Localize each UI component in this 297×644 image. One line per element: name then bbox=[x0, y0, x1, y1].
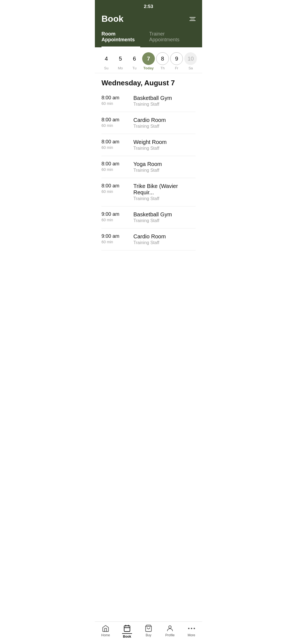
appointment-time: 9:00 am 60 min bbox=[101, 233, 129, 244]
date-label-sa: Sa bbox=[188, 66, 193, 70]
appointment-time: 8:00 am 60 min bbox=[101, 117, 129, 128]
tab-bar: Room Appointments Trainer Appointments bbox=[95, 28, 202, 47]
appointment-details: Trike Bike (Wavier Requir... Training St… bbox=[129, 183, 196, 201]
date-item-fri[interactable]: 9 Fr bbox=[170, 52, 183, 70]
tab-room-appointments[interactable]: Room Appointments bbox=[101, 28, 140, 47]
tab-trainer-appointments[interactable]: Trainer Appointments bbox=[149, 28, 187, 47]
date-number-5: 5 bbox=[114, 52, 127, 65]
date-label-today: Today bbox=[143, 66, 153, 70]
page-title: Book bbox=[101, 14, 123, 24]
date-number-6: 6 bbox=[128, 52, 141, 65]
date-number-10: 10 bbox=[184, 52, 197, 65]
appointment-time: 8:00 am 60 min bbox=[101, 95, 129, 106]
date-heading: Wednesday, August 7 bbox=[95, 73, 202, 90]
date-item-thu[interactable]: 8 Th bbox=[156, 52, 169, 70]
status-bar: 2:53 bbox=[95, 0, 202, 11]
appointment-list: 8:00 am 60 min Basketball Gym Training S… bbox=[95, 90, 202, 272]
date-number-7: 7 bbox=[142, 52, 155, 65]
date-item-tue[interactable]: 6 Tu bbox=[128, 52, 141, 70]
appointment-item[interactable]: 8:00 am 60 min Cardio Room Training Staf… bbox=[101, 112, 196, 134]
appointment-item[interactable]: 8:00 am 60 min Weight Room Training Staf… bbox=[101, 134, 196, 156]
appointment-details: Cardio Room Training Staff bbox=[129, 233, 196, 245]
appointment-time: 8:00 am 60 min bbox=[101, 183, 129, 194]
date-item-today[interactable]: 7 Today bbox=[142, 52, 155, 70]
date-item-sat[interactable]: 10 Sa bbox=[184, 52, 197, 70]
date-label-tu: Tu bbox=[132, 66, 136, 70]
app-header: Book bbox=[95, 11, 202, 28]
filter-icon[interactable] bbox=[189, 17, 196, 21]
appointment-details: Basketball Gym Training Staff bbox=[129, 95, 196, 107]
appointment-item[interactable]: 8:00 am 60 min Basketball Gym Training S… bbox=[101, 90, 196, 112]
appointment-item[interactable]: 9:00 am 60 min Basketball Gym Training S… bbox=[101, 206, 196, 228]
status-time: 2:53 bbox=[144, 4, 153, 9]
appointment-details: Weight Room Training Staff bbox=[129, 139, 196, 151]
date-label-su: Su bbox=[104, 66, 109, 70]
date-picker: 4 Su 5 Mo 6 Tu 7 Today 8 Th 9 Fr 10 Sa bbox=[95, 47, 202, 73]
appointment-time: 9:00 am 60 min bbox=[101, 211, 129, 222]
date-number-8: 8 bbox=[156, 52, 169, 65]
date-number-4: 4 bbox=[100, 52, 113, 65]
appointment-item[interactable]: 8:00 am 60 min Yoga Room Training Staff bbox=[101, 156, 196, 178]
appointment-time: 8:00 am 60 min bbox=[101, 139, 129, 150]
date-number-9: 9 bbox=[170, 52, 183, 65]
date-item-mon[interactable]: 5 Mo bbox=[114, 52, 127, 70]
appointment-details: Cardio Room Training Staff bbox=[129, 117, 196, 129]
date-label-fr: Fr bbox=[175, 66, 178, 70]
appointment-details: Yoga Room Training Staff bbox=[129, 161, 196, 173]
appointment-item[interactable]: 8:00 am 60 min Trike Bike (Wavier Requir… bbox=[101, 178, 196, 206]
date-label-mo: Mo bbox=[118, 66, 123, 70]
date-label-th: Th bbox=[161, 66, 165, 70]
date-item-sun[interactable]: 4 Su bbox=[100, 52, 113, 70]
appointment-item[interactable]: 9:00 am 60 min Cardio Room Training Staf… bbox=[101, 228, 196, 250]
appointment-details: Basketball Gym Training Staff bbox=[129, 211, 196, 223]
appointment-time: 8:00 am 60 min bbox=[101, 161, 129, 172]
